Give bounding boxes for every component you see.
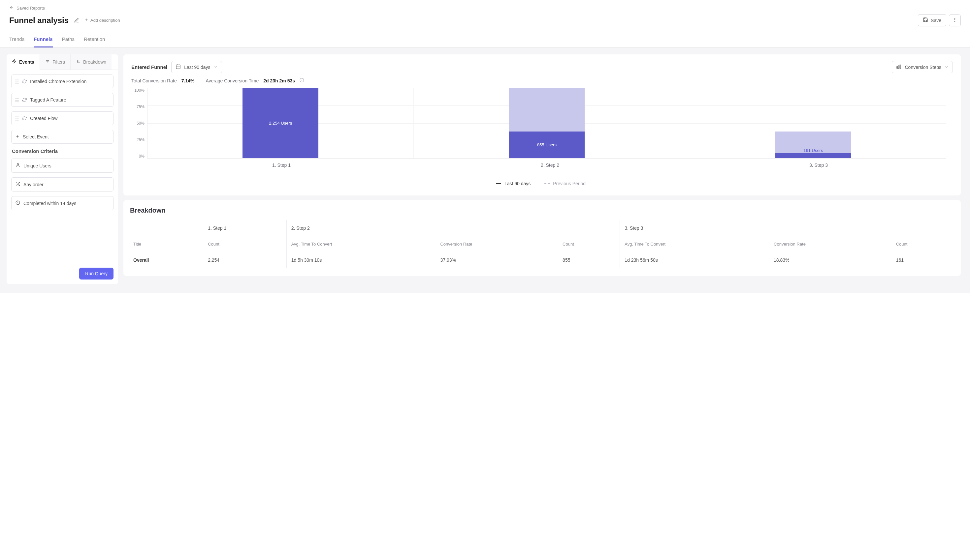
col-count: Count <box>558 236 620 252</box>
criteria-window[interactable]: Completed within 14 days <box>11 196 114 210</box>
criteria-label: Any order <box>23 182 43 187</box>
col-title: Title <box>129 236 203 252</box>
back-arrow-icon <box>9 5 14 11</box>
chart-type-dropdown[interactable]: Conversion Steps <box>892 61 953 73</box>
add-desc-label: Add description <box>90 18 120 23</box>
cell: 2,254 <box>203 252 287 268</box>
y-axis: 100% 75% 50% 25% 0% <box>129 88 147 158</box>
svg-point-11 <box>17 163 19 165</box>
chart-type-label: Conversion Steps <box>905 65 941 70</box>
svg-rect-20 <box>897 67 898 68</box>
x-axis: 1. Step 1 2. Step 2 3. Step 3 <box>147 158 953 172</box>
group-header: 1. Step 1 <box>203 220 287 236</box>
info-icon[interactable] <box>299 78 304 83</box>
group-header: 3. Step 3 <box>620 220 953 236</box>
select-event-label: Select Event <box>23 134 49 140</box>
select-event-button[interactable]: Select Event <box>11 130 114 144</box>
edit-title-icon[interactable] <box>74 18 79 23</box>
y-tick: 75% <box>137 105 144 109</box>
legend-label: Previous Period <box>553 181 585 186</box>
funnel-chart: 100% 75% 50% 25% 0% 2,254 Users <box>129 85 953 158</box>
svg-rect-21 <box>898 66 900 68</box>
refresh-icon <box>22 98 27 102</box>
y-tick: 0% <box>139 154 144 158</box>
breakdown-icon <box>76 59 80 65</box>
breakdown-table: 1. Step 1 2. Step 2 3. Step 3 Title Coun… <box>129 220 953 268</box>
event-name: Installed Chrome Extension <box>30 79 87 84</box>
save-icon <box>923 17 928 23</box>
event-item[interactable]: Tagged A Feature <box>11 93 114 107</box>
col-avg-time: Avg. Time To Convert <box>286 236 435 252</box>
run-query-button[interactable]: Run Query <box>79 268 114 280</box>
bar-current: 855 Users <box>509 132 585 158</box>
event-item[interactable]: Installed Chrome Extension <box>11 75 114 88</box>
bar-current: 161 Users <box>775 153 851 158</box>
chevron-down-icon <box>214 65 218 70</box>
bar-step-3: 161 Users <box>680 88 946 158</box>
tab-retention[interactable]: Retention <box>84 33 105 47</box>
svg-point-9 <box>77 61 78 61</box>
bar-previous <box>509 88 585 132</box>
drag-handle-icon[interactable] <box>15 116 19 121</box>
col-conv-rate: Conversion Rate <box>769 236 891 252</box>
sidebar-tab-filters[interactable]: Filters <box>40 54 70 70</box>
chart-card: Entered Funnel Last 90 days Conversion S… <box>124 54 961 195</box>
save-button[interactable]: Save <box>918 14 946 27</box>
add-description-button[interactable]: Add description <box>84 18 120 23</box>
avg-time-value: 2d 23h 2m 53s <box>263 78 295 83</box>
total-conv-label: Total Conversion Rate <box>131 78 177 83</box>
bar-step-1: 2,254 Users <box>147 88 414 158</box>
lightning-icon <box>12 59 17 65</box>
cell: 855 <box>558 252 620 268</box>
more-menu-button[interactable] <box>949 15 961 27</box>
report-tabs: Trends Funnels Paths Retention <box>9 33 961 47</box>
more-vertical-icon <box>952 17 957 23</box>
sidebar-tab-breakdown[interactable]: Breakdown <box>70 54 112 70</box>
legend-line-icon <box>496 183 501 184</box>
chart-legend: Last 90 days Previous Period <box>129 172 953 188</box>
shuffle-icon <box>15 182 20 187</box>
legend-current[interactable]: Last 90 days <box>496 181 530 186</box>
svg-line-14 <box>16 182 17 183</box>
event-item[interactable]: Created Flow <box>11 112 114 125</box>
col-count: Count <box>203 236 287 252</box>
sidebar-tab-label: Events <box>19 59 34 65</box>
bar-label: 161 Users <box>803 148 823 153</box>
bar-chart-icon <box>896 64 901 70</box>
table-row: Overall 2,254 1d 5h 30m 10s 37.93% 855 1… <box>129 252 953 268</box>
svg-point-1 <box>955 20 955 20</box>
total-conv-value: 7.14% <box>181 78 195 83</box>
sidebar-tab-events[interactable]: Events <box>7 54 40 70</box>
criteria-unique-users[interactable]: Unique Users <box>11 158 114 173</box>
drag-handle-icon[interactable] <box>15 97 19 103</box>
criteria-label: Unique Users <box>23 163 52 168</box>
drag-handle-icon[interactable] <box>15 79 19 84</box>
svg-marker-3 <box>13 59 16 63</box>
chevron-down-icon <box>945 65 948 70</box>
y-tick: 50% <box>137 121 144 126</box>
entered-funnel-label: Entered Funnel <box>131 64 167 70</box>
svg-rect-22 <box>900 65 901 68</box>
col-avg-time: Avg. Time To Convert <box>620 236 769 252</box>
criteria-title: Conversion Criteria <box>12 148 114 154</box>
avg-time-label: Average Conversion Time <box>206 78 259 83</box>
calendar-icon <box>176 64 181 70</box>
breadcrumb[interactable]: Saved Reports <box>9 5 961 11</box>
row-title: Overall <box>129 252 203 268</box>
bar-label: 2,254 Users <box>269 121 292 126</box>
y-tick: 100% <box>134 88 144 93</box>
x-label: 3. Step 3 <box>684 158 953 172</box>
cell: 1d 23h 56m 50s <box>620 252 769 268</box>
svg-rect-16 <box>176 65 180 69</box>
tab-trends[interactable]: Trends <box>9 33 24 47</box>
legend-previous[interactable]: Previous Period <box>544 181 585 186</box>
svg-point-10 <box>79 62 79 62</box>
clock-icon <box>15 200 20 206</box>
cell: 37.93% <box>435 252 558 268</box>
date-range-dropdown[interactable]: Last 90 days <box>171 61 222 73</box>
svg-point-2 <box>955 21 955 22</box>
tab-funnels[interactable]: Funnels <box>33 33 53 47</box>
criteria-order[interactable]: Any order <box>11 177 114 192</box>
tab-paths[interactable]: Paths <box>62 33 75 47</box>
legend-label: Last 90 days <box>505 181 530 186</box>
